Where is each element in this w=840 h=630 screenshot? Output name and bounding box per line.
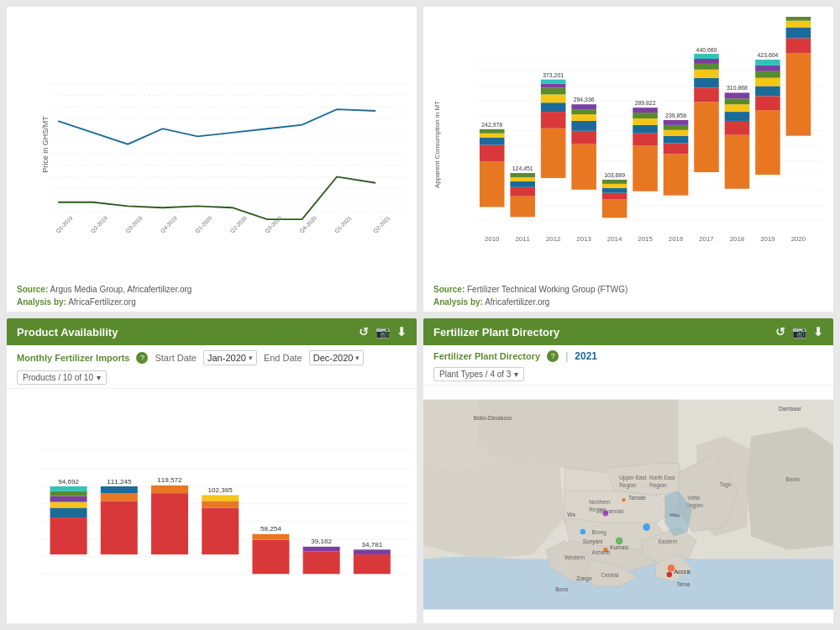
consumption-source: Source: Fertilizer Technical Working Gro…	[423, 281, 833, 297]
svg-text:Sunyani: Sunyani	[583, 538, 603, 545]
svg-rect-184	[252, 540, 289, 575]
plant-types-select[interactable]: Plant Types / 4 of 3 ▾	[433, 367, 524, 381]
svg-rect-67	[510, 187, 535, 197]
svg-rect-63	[480, 134, 505, 138]
svg-rect-84	[571, 109, 596, 114]
svg-rect-127	[755, 66, 780, 71]
svg-rect-190	[354, 554, 391, 574]
products-row: Products / 10 of 10 ▾	[7, 369, 417, 389]
svg-text:34,781: 34,781	[361, 541, 382, 549]
svg-text:373,201: 373,201	[543, 72, 564, 78]
svg-text:Brong: Brong	[592, 529, 607, 536]
svg-rect-170	[50, 491, 87, 496]
products-select[interactable]: Products / 10 of 10 ▾	[17, 370, 107, 385]
svg-rect-68	[510, 181, 535, 187]
svg-rect-173	[101, 501, 138, 554]
svg-text:2012: 2012	[546, 235, 561, 243]
svg-text:94,692: 94,692	[58, 478, 79, 486]
svg-point-220	[616, 538, 623, 545]
svg-rect-168	[50, 502, 87, 508]
svg-text:Q2-2019: Q2-2019	[89, 214, 109, 234]
plant-types-label: Plant Types / 4 of 3	[439, 370, 511, 379]
download-icon[interactable]: ⬇	[396, 325, 407, 339]
svg-text:2014: 2014	[607, 235, 622, 243]
price-line-chart: 440 420 400 380 360 340 320 300 280 260 …	[50, 17, 407, 275]
svg-text:Q1-2021: Q1-2021	[333, 214, 354, 234]
svg-rect-118	[725, 104, 750, 112]
svg-rect-178	[151, 486, 188, 493]
consumption-analysis: Analysis by: Africafertilizer.org	[423, 297, 833, 312]
svg-rect-95	[633, 125, 658, 134]
monthly-imports-label: Monthly Fertilizer Imports	[17, 353, 129, 363]
svg-text:Bobo-Dioulasso: Bobo-Dioulasso	[474, 415, 512, 421]
svg-text:2010: 2010	[485, 235, 500, 243]
svg-text:Central: Central	[601, 572, 619, 578]
svg-rect-76	[541, 88, 566, 95]
svg-rect-181	[202, 501, 239, 507]
consumption-bar-area: 600,000 – 550,000 – 500,000 – 450,000 – …	[433, 13, 823, 275]
monthly-imports-help-icon[interactable]: ?	[136, 352, 148, 364]
svg-rect-131	[786, 38, 811, 53]
camera-icon[interactable]: 📷	[375, 325, 390, 339]
svg-text:North East: North East	[649, 475, 675, 480]
refresh-icon[interactable]: ↺	[359, 325, 369, 339]
svg-rect-78	[541, 80, 566, 84]
svg-rect-64	[480, 129, 505, 134]
svg-rect-101	[664, 144, 689, 155]
svg-rect-96	[633, 118, 658, 125]
svg-rect-133	[786, 21, 811, 28]
product-availability-card: Product Availability ↺ 📷 ⬇ Monthly Ferti…	[7, 318, 417, 623]
svg-rect-88	[602, 193, 627, 200]
svg-text:Q4-2019: Q4-2019	[159, 214, 179, 234]
fertilizer-download-icon[interactable]: ⬇	[813, 325, 823, 339]
svg-rect-112	[694, 59, 719, 64]
svg-rect-72	[541, 129, 566, 178]
svg-rect-169	[50, 496, 87, 502]
fertilizer-refresh-icon[interactable]: ↺	[775, 325, 785, 339]
end-date-select[interactable]: Dec-2020 ▾	[309, 350, 365, 365]
fertilizer-help-icon[interactable]: ?	[547, 350, 559, 362]
svg-rect-126	[755, 71, 780, 78]
svg-text:Q1-2019: Q1-2019	[55, 214, 75, 234]
svg-text:Q2-2020: Q2-2020	[228, 214, 249, 234]
svg-text:2015: 2015	[638, 235, 653, 243]
svg-rect-122	[755, 110, 780, 175]
svg-rect-182	[202, 495, 239, 501]
svg-text:2020: 2020	[791, 235, 806, 243]
svg-rect-177	[151, 493, 188, 554]
svg-rect-120	[725, 92, 750, 98]
svg-text:2017: 2017	[699, 235, 714, 243]
svg-rect-73	[541, 112, 566, 129]
svg-rect-66	[510, 197, 535, 218]
fertilizer-filter-row: Fertilizer Plant Directory ? | 2021	[423, 345, 833, 365]
svg-rect-130	[786, 53, 811, 136]
svg-rect-61	[480, 145, 505, 162]
price-chart-body: Price in GHS/MT 440	[7, 7, 417, 281]
svg-rect-91	[602, 180, 627, 184]
svg-text:Benin: Benin	[786, 476, 801, 482]
consumption-chart-body: 600,000 – 550,000 – 500,000 – 450,000 – …	[423, 7, 833, 281]
fertilizer-plant-header: Fertilizer Plant Directory ↺ 📷 ⬇	[423, 318, 833, 345]
start-date-select[interactable]: Jan-2020 ▾	[203, 350, 257, 365]
svg-rect-69	[510, 177, 535, 181]
plant-types-arrow: ▾	[514, 370, 518, 379]
svg-point-221	[668, 564, 675, 572]
svg-rect-85	[571, 104, 596, 109]
fertilizer-year: 2021	[575, 350, 597, 362]
svg-text:Togo: Togo	[719, 481, 731, 488]
svg-rect-171	[50, 486, 87, 491]
start-date-arrow: ▾	[249, 354, 253, 362]
svg-rect-134	[786, 17, 811, 21]
product-availability-header: Product Availability ↺ 📷 ⬇	[7, 318, 417, 345]
svg-text:Volta: Volta	[687, 495, 700, 501]
svg-text:119,572: 119,572	[157, 476, 182, 484]
fertilizer-camera-icon[interactable]: 📷	[792, 325, 806, 339]
svg-text:Region: Region	[649, 482, 667, 489]
filter-row: Monthly Fertilizer Imports ? Start Date …	[7, 345, 417, 369]
svg-rect-128	[755, 60, 780, 66]
svg-rect-174	[101, 493, 138, 501]
svg-text:Dambaar: Dambaar	[779, 406, 802, 412]
svg-point-196	[667, 572, 673, 578]
svg-text:Western: Western	[564, 554, 585, 560]
fertilizer-plant-title: Fertilizer Plant Directory	[433, 326, 559, 339]
